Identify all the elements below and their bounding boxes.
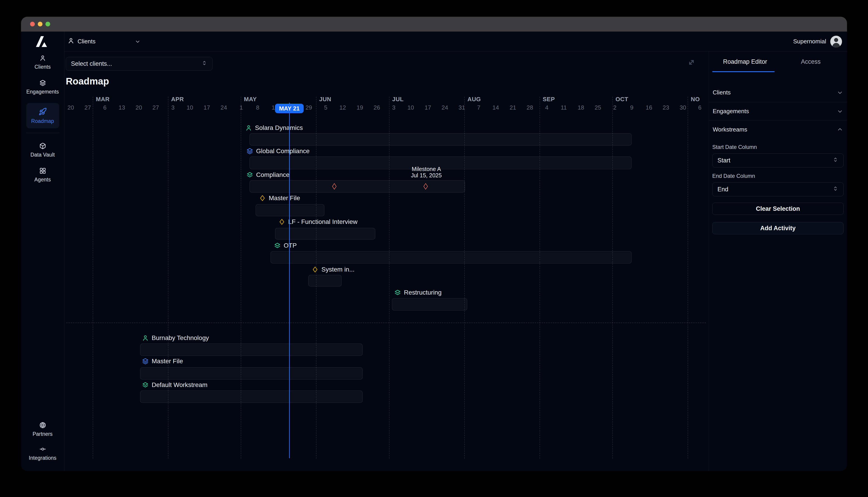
- sidebar-item-agents[interactable]: Agents: [26, 167, 59, 183]
- row-name: Master File: [152, 358, 183, 365]
- gantt-bar-activity[interactable]: [308, 275, 341, 286]
- month-gridline: [168, 97, 168, 458]
- gantt-bar-workstream[interactable]: [250, 180, 465, 193]
- sidebar-item-engagements[interactable]: Engagements: [26, 80, 59, 95]
- end-date-column-select[interactable]: End: [712, 182, 844, 196]
- active-tab-underline: [712, 71, 775, 72]
- row-name: Solara Dynamics: [255, 124, 303, 131]
- month-gridline: [612, 97, 613, 458]
- gantt-bar-workstream[interactable]: [392, 298, 467, 310]
- layers-2-icon: [394, 289, 401, 296]
- row-label-workstream[interactable]: Restructuring: [394, 289, 442, 296]
- clear-selection-button[interactable]: Clear Selection: [712, 203, 844, 215]
- month-gridline: [241, 97, 241, 458]
- user-name: Supernomial: [793, 38, 826, 45]
- person-icon: [142, 335, 149, 341]
- timeline-tick: 2: [613, 104, 616, 111]
- tab-roadmap-editor[interactable]: Roadmap Editor: [712, 52, 778, 72]
- timeline-tick: 28: [527, 104, 533, 111]
- row-label-workstream[interactable]: Compliance: [247, 171, 290, 179]
- context-switcher[interactable]: Clients: [68, 37, 141, 46]
- sidebar-item-label: Engagements: [26, 89, 59, 95]
- accordion-clients[interactable]: Clients: [709, 83, 847, 102]
- add-activity-button[interactable]: Add Activity: [712, 222, 844, 234]
- gantt-bar-activity[interactable]: [275, 228, 375, 240]
- timeline-tick: 5: [324, 104, 327, 111]
- close-window-button[interactable]: [30, 22, 35, 26]
- app-window: Clients Engagements Roadmap Data Vault A…: [21, 17, 847, 471]
- timeline-tick: 6: [103, 104, 107, 111]
- gantt-bar-workstream[interactable]: [140, 390, 363, 403]
- gantt-bar-engagement[interactable]: [140, 367, 363, 380]
- milestone-diamond-icon[interactable]: [423, 183, 429, 190]
- timeline-tick: 3: [171, 104, 174, 111]
- sidebar-item-roadmap[interactable]: Roadmap: [26, 103, 59, 128]
- diamond-icon: [312, 266, 319, 273]
- minimize-window-button[interactable]: [38, 22, 42, 26]
- timeline-tick: 13: [119, 104, 125, 111]
- start-date-column-select[interactable]: Start: [712, 153, 844, 167]
- sidebar-item-clients[interactable]: Clients: [26, 55, 59, 70]
- start-date-column-value: Start: [717, 157, 730, 164]
- end-date-column-label: End Date Column: [712, 173, 844, 179]
- row-label-activity[interactable]: System in...: [312, 266, 354, 273]
- layers-3-icon: [142, 358, 149, 365]
- top-header: Clients Supernomial: [65, 32, 847, 52]
- row-name: Burnaby Technology: [152, 334, 209, 342]
- gantt-bar-client[interactable]: [140, 344, 363, 356]
- accordion-engagements[interactable]: Engagements: [709, 102, 847, 120]
- row-label-client[interactable]: Solara Dynamics: [245, 124, 303, 131]
- row-label-activity[interactable]: LF - Functional Interview: [279, 218, 358, 225]
- sidebar-item-label: Agents: [34, 177, 51, 183]
- milestone-diamond-icon[interactable]: [331, 183, 337, 190]
- timeline-tick: 24: [442, 104, 448, 111]
- commit-icon: [39, 446, 46, 453]
- window-titlebar: [21, 17, 847, 32]
- accordion-workstreams[interactable]: Workstreams: [709, 120, 847, 139]
- row-label-client[interactable]: Burnaby Technology: [142, 334, 209, 342]
- sidebar-item-data-vault[interactable]: Data Vault: [26, 143, 59, 158]
- month-label: MAY: [244, 96, 257, 103]
- gantt-bar-workstream[interactable]: [270, 251, 632, 264]
- tab-access[interactable]: Access: [778, 52, 844, 72]
- timeline-tick: 10: [187, 104, 193, 111]
- app-logo: [35, 35, 51, 48]
- updown-chevron-icon: [832, 157, 838, 164]
- timeline-tick: 1: [240, 104, 243, 111]
- row-name: Global Compliance: [256, 147, 310, 155]
- context-label: Clients: [78, 38, 95, 45]
- timeline-tick: 14: [492, 104, 499, 111]
- sidebar-item-integrations[interactable]: Integrations: [26, 446, 59, 461]
- globe-icon: [39, 422, 46, 429]
- accordion-engagements-label: Engagements: [713, 108, 749, 115]
- today-badge[interactable]: MAY 21: [275, 104, 304, 113]
- user-menu[interactable]: Supernomial: [793, 36, 842, 47]
- gantt-chart: 2027MAR6132027APR3101724MAY181529JUN5121…: [65, 52, 709, 471]
- start-date-column-label: Start Date Column: [712, 144, 844, 150]
- timeline-tick: 27: [153, 104, 159, 111]
- gantt-bar-activity[interactable]: [256, 204, 324, 216]
- gantt-bar-client[interactable]: [250, 133, 632, 145]
- row-name: Restructuring: [404, 289, 442, 296]
- sidebar-item-partners[interactable]: Partners: [26, 422, 59, 437]
- diamond-icon: [279, 218, 285, 225]
- sidebar: Clients Engagements Roadmap Data Vault A…: [21, 32, 65, 471]
- chevron-down-icon: [837, 89, 843, 96]
- roadmap-editor-panel: Roadmap Editor Access Clients Engagement…: [709, 52, 847, 471]
- user-avatar[interactable]: [830, 36, 842, 47]
- row-label-workstream[interactable]: OTP: [274, 242, 297, 249]
- chevron-down-icon: [837, 108, 843, 115]
- row-label-workstream[interactable]: Default Workstream: [142, 381, 208, 388]
- timeline-tick: 18: [578, 104, 584, 111]
- row-label-engagement[interactable]: Master File: [142, 358, 183, 365]
- row-name: Compliance: [256, 171, 290, 179]
- timeline-tick: 23: [663, 104, 669, 111]
- timeline-tick: 17: [425, 104, 431, 111]
- row-label-activity[interactable]: Master File: [259, 195, 300, 202]
- updown-chevron-icon: [832, 186, 838, 193]
- layers-3-icon: [39, 80, 46, 87]
- maximize-window-button[interactable]: [45, 22, 50, 26]
- person-icon: [68, 37, 74, 46]
- row-label-engagement[interactable]: Global Compliance: [247, 147, 310, 155]
- month-gridline: [93, 97, 93, 458]
